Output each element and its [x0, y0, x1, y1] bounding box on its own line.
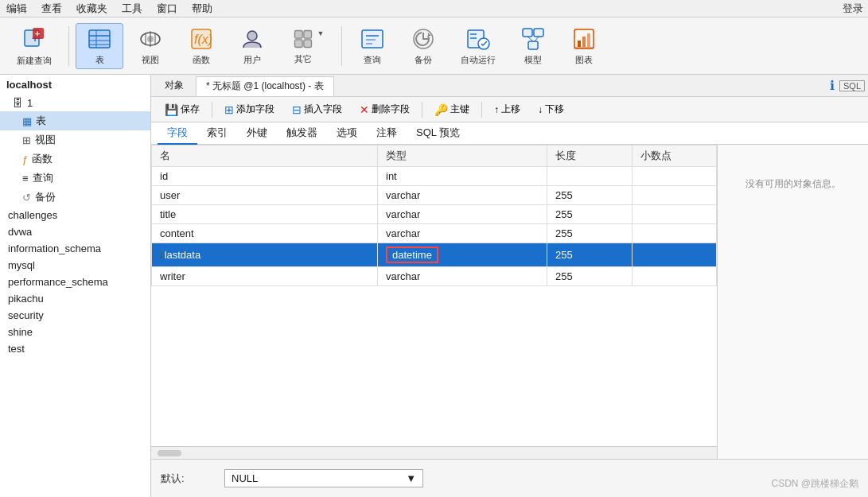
- table-row[interactable]: contentvarchar255: [152, 224, 717, 243]
- field-decimal-cell[interactable]: [632, 167, 717, 186]
- field-name-cell[interactable]: Ilastdata: [152, 243, 378, 267]
- toolbar-autorun-btn[interactable]: 自动运行: [450, 23, 506, 69]
- save-icon: 💾: [165, 103, 178, 116]
- new-query-button[interactable]: + + 新建查询: [6, 23, 62, 69]
- toolbar-chart-btn[interactable]: 图表: [560, 23, 608, 69]
- sidebar-db-security[interactable]: security: [0, 307, 150, 324]
- toolbar-other-btn[interactable]: 其它 ▼: [279, 23, 335, 69]
- no-info-text: 没有可用的对象信息。: [745, 177, 841, 192]
- main-layout: localhost 🗄 1 ▦ 表 ⊞ 视图 ƒ 函数 ≡ 查询 ↺ 备份 ch…: [0, 75, 868, 497]
- toolbar-func-btn[interactable]: f(x) 函数: [177, 23, 225, 69]
- subtab-sql-preview[interactable]: SQL 预览: [407, 122, 469, 145]
- h-scrollbar-thumb[interactable]: [158, 450, 181, 456]
- field-name-cell[interactable]: content: [152, 224, 378, 243]
- toolbar-table-btn[interactable]: 表: [76, 23, 123, 69]
- subtab-options[interactable]: 选项: [327, 122, 367, 145]
- tab-main[interactable]: * 无标题 @1 (localhost) - 表: [196, 76, 334, 96]
- save-label: 保存: [181, 103, 200, 116]
- subtab-foreign-key[interactable]: 外键: [237, 122, 277, 145]
- add-field-button[interactable]: ⊞ 添加字段: [217, 100, 282, 118]
- backup-icon: [411, 26, 436, 52]
- field-name-cell[interactable]: title: [152, 205, 378, 224]
- subtab-trigger[interactable]: 触发器: [277, 122, 327, 145]
- subtab-field[interactable]: 字段: [158, 122, 197, 145]
- sidebar-group-func[interactable]: ƒ 函数: [0, 149, 150, 169]
- primary-key-button[interactable]: 🔑 主键: [427, 100, 477, 118]
- toolbar-query-label: 查询: [364, 54, 381, 66]
- field-type-cell[interactable]: varchar: [378, 224, 547, 243]
- sidebar-group-query[interactable]: ≡ 查询: [0, 169, 150, 188]
- table-row[interactable]: idint: [152, 167, 717, 186]
- move-up-button[interactable]: ↑ 上移: [487, 100, 527, 118]
- info-icon[interactable]: ℹ: [830, 78, 835, 93]
- move-down-button[interactable]: ↓ 下移: [531, 100, 571, 118]
- sidebar-host[interactable]: localhost: [0, 75, 150, 95]
- sidebar-group-backup[interactable]: ↺ 备份: [0, 188, 150, 207]
- sidebar-db-test[interactable]: test: [0, 340, 150, 357]
- action-bar: 💾 保存 ⊞ 添加字段 ⊟ 插入字段 ✕ 删除字段 🔑 主键: [151, 97, 868, 122]
- menu-view[interactable]: 查看: [40, 2, 64, 16]
- toolbar-view-btn[interactable]: 视图: [127, 23, 174, 69]
- svg-rect-18: [303, 31, 311, 39]
- sidebar-group-table[interactable]: ▦ 表: [0, 111, 150, 130]
- table-row[interactable]: writervarchar255: [152, 267, 717, 286]
- sidebar-db-shine[interactable]: shine: [0, 324, 150, 340]
- table-row[interactable]: uservarchar255: [152, 186, 717, 205]
- sidebar-db-number[interactable]: 🗄 1: [0, 95, 150, 111]
- menu-window[interactable]: 窗口: [155, 2, 179, 16]
- sidebar-db-pikachu[interactable]: pikachu: [0, 290, 150, 307]
- toolbar-model-btn[interactable]: 模型: [509, 23, 557, 69]
- field-length-cell[interactable]: 255: [547, 224, 633, 243]
- field-name-cell[interactable]: writer: [152, 267, 378, 286]
- field-decimal-cell[interactable]: [632, 243, 717, 267]
- field-name-cell[interactable]: id: [152, 167, 378, 186]
- sidebar-db-information-schema[interactable]: information_schema: [0, 240, 150, 257]
- field-type-cell[interactable]: varchar: [378, 205, 547, 224]
- field-decimal-cell[interactable]: [632, 267, 717, 286]
- field-length-cell[interactable]: 255: [547, 267, 633, 286]
- group-backup-icon: ↺: [22, 192, 31, 204]
- toolbar-backup-btn[interactable]: 备份: [399, 23, 447, 69]
- field-decimal-cell[interactable]: [632, 205, 717, 224]
- field-length-cell[interactable]: 255: [547, 205, 633, 224]
- field-type-cell[interactable]: int: [378, 167, 547, 186]
- toolbar-user-btn[interactable]: 用户: [228, 23, 276, 69]
- svg-line-32: [527, 37, 533, 41]
- field-decimal-cell[interactable]: [632, 186, 717, 205]
- sidebar-group-view[interactable]: ⊞ 视图: [0, 130, 150, 149]
- menu-help[interactable]: 帮助: [190, 2, 214, 16]
- insert-field-button[interactable]: ⊟ 插入字段: [285, 100, 349, 118]
- save-button[interactable]: 💾 保存: [158, 100, 207, 118]
- group-view-icon: ⊞: [22, 134, 31, 146]
- field-length-cell[interactable]: 255: [547, 186, 633, 205]
- toolbar-model-label: 模型: [524, 54, 542, 66]
- primary-key-label: 主键: [450, 103, 469, 116]
- delete-field-button[interactable]: ✕ 删除字段: [352, 100, 417, 118]
- menu-tools[interactable]: 工具: [120, 2, 144, 16]
- menu-edit[interactable]: 编辑: [5, 2, 29, 16]
- field-type-cell[interactable]: datetime: [378, 243, 547, 267]
- subtab-index[interactable]: 索引: [197, 122, 237, 145]
- field-name-cell[interactable]: user: [152, 186, 378, 205]
- field-length-cell[interactable]: 255: [547, 243, 633, 267]
- sidebar-db-mysql[interactable]: mysql: [0, 257, 150, 274]
- toolbar-query-btn[interactable]: 查询: [348, 23, 396, 69]
- sidebar-db-dvwa[interactable]: dvwa: [0, 223, 150, 240]
- h-scrollbar[interactable]: [151, 446, 717, 459]
- table-row[interactable]: Ilastdatadatetime255: [152, 243, 717, 267]
- sidebar-db-performance-schema[interactable]: performance_schema: [0, 274, 150, 290]
- menu-favorites[interactable]: 收藏夹: [75, 2, 109, 16]
- action-divider-1: [212, 102, 212, 118]
- field-type-cell[interactable]: varchar: [378, 186, 547, 205]
- field-decimal-cell[interactable]: [632, 224, 717, 243]
- subtab-comment[interactable]: 注释: [367, 122, 407, 145]
- tab-object[interactable]: 对象: [154, 76, 194, 95]
- field-type-cell[interactable]: varchar: [378, 267, 547, 286]
- table-row[interactable]: titlevarchar255: [152, 205, 717, 224]
- svg-rect-20: [303, 40, 311, 48]
- sql-badge[interactable]: SQL: [839, 80, 865, 91]
- field-length-cell[interactable]: [547, 167, 633, 186]
- menubar-login[interactable]: 登录: [843, 2, 863, 16]
- sidebar-db-challenges[interactable]: challenges: [0, 207, 150, 223]
- default-dropdown[interactable]: NULL ▼: [224, 469, 423, 487]
